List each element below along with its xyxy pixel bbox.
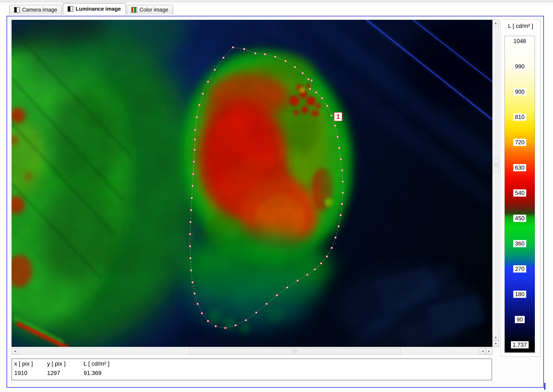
tab-luminance-image[interactable]: Luminance image: [63, 3, 126, 14]
window-border-artifact: [544, 383, 546, 390]
legend-title: L [ cd/m² ]: [501, 23, 540, 29]
roi-vertex[interactable]: [287, 287, 288, 288]
roi-vertex[interactable]: [326, 256, 328, 257]
scroll-down-button[interactable]: ▼: [493, 341, 499, 347]
roi-vertex[interactable]: [309, 88, 311, 90]
roi-vertex[interactable]: [207, 81, 209, 83]
status-value-luminance: 91.369: [84, 370, 490, 376]
scroll-left-button[interactable]: ◄: [12, 348, 18, 354]
roi-vertex[interactable]: [342, 181, 344, 182]
roi-vertex[interactable]: [276, 294, 278, 296]
roi-vertex[interactable]: [197, 303, 199, 305]
roi-vertex[interactable]: [189, 233, 191, 235]
roi-vertex[interactable]: [340, 159, 342, 160]
scroll-up-button[interactable]: ▲: [493, 20, 499, 26]
roi-vertex[interactable]: [337, 136, 338, 138]
roi-vertex[interactable]: [274, 56, 276, 58]
status-header-y: y [ pix ]: [47, 360, 84, 367]
tab-color-image[interactable]: Color image: [127, 5, 173, 14]
tab-label: Camera image: [22, 7, 57, 13]
roi-vertex[interactable]: [321, 98, 323, 99]
status-values-row: 1910 1297 91.369: [14, 370, 490, 376]
roi-vertex[interactable]: [189, 245, 191, 247]
tab-camera-image[interactable]: Camera image: [9, 5, 62, 14]
roi-vertex[interactable]: [235, 325, 237, 326]
roi-vertex[interactable]: [307, 274, 308, 275]
roi-vertex[interactable]: [341, 203, 343, 205]
scroll-left-icon: ◄: [14, 350, 16, 353]
roi-vertex[interactable]: [331, 115, 332, 116]
roi-vertex[interactable]: [342, 192, 344, 194]
roi-vertex[interactable]: [255, 53, 256, 54]
roi-vertex[interactable]: [190, 209, 192, 211]
luminance-image[interactable]: 1: [12, 20, 492, 347]
roi-vertex[interactable]: [224, 327, 226, 329]
roi-vertex[interactable]: [196, 116, 198, 118]
roi-vertex[interactable]: [193, 173, 194, 175]
roi-vertex[interactable]: [214, 69, 216, 70]
main-frame: 1 ▲ ▲ ▼ L [ cd/m² ] 10489909008107206305…: [7, 16, 544, 388]
roi-vertex[interactable]: [207, 320, 209, 322]
horizontal-scrollbar-thumb[interactable]: [189, 348, 401, 354]
roi-vertex[interactable]: [192, 282, 193, 283]
scroll-left-icon: ◄: [481, 350, 484, 353]
roi-vertex[interactable]: [327, 105, 328, 107]
roi-vertex[interactable]: [294, 66, 296, 68]
roi-vertex[interactable]: [244, 48, 245, 50]
roi-vertex[interactable]: [341, 170, 343, 171]
thumb-grip-icon: [292, 350, 297, 353]
vertical-scrollbar[interactable]: ▲ ▲ ▼: [493, 20, 499, 347]
roi-vertex[interactable]: [308, 78, 309, 80]
legend-tick: 180: [513, 291, 526, 298]
roi-vertex[interactable]: [314, 269, 316, 270]
roi-vertex[interactable]: [266, 303, 267, 305]
roi-vertex[interactable]: [285, 60, 287, 62]
scroll-right-button[interactable]: ►: [486, 348, 492, 354]
roi-vertex[interactable]: [194, 149, 195, 151]
roi-vertex[interactable]: [191, 197, 193, 199]
roi-vertex[interactable]: [316, 92, 317, 93]
legend-tick: 450: [513, 215, 526, 222]
roi-vertex[interactable]: [264, 54, 266, 55]
horizontal-scrollbar[interactable]: ◄ ◄ ►: [12, 348, 492, 355]
roi-vertex[interactable]: [232, 47, 234, 48]
roi-vertex[interactable]: [194, 293, 195, 294]
roi-vertex[interactable]: [245, 320, 247, 321]
roi-vertex[interactable]: [256, 312, 257, 313]
roi-vertex[interactable]: [192, 185, 193, 187]
application-window: Camera image Luminance image Color image: [0, 0, 553, 392]
image-viewport[interactable]: 1: [12, 20, 492, 347]
camera-tab-icon: [14, 7, 20, 13]
legend-tick: 720: [513, 139, 526, 146]
roi-vertex[interactable]: [190, 258, 191, 259]
roi-vertex[interactable]: [297, 280, 298, 281]
roi-vertex[interactable]: [302, 72, 304, 74]
roi-vertex[interactable]: [338, 226, 339, 227]
roi-vertex[interactable]: [334, 125, 336, 126]
status-value-y: 1297: [47, 370, 84, 376]
roi-vertex[interactable]: [340, 215, 342, 216]
scroll-left-button-secondary[interactable]: ◄: [480, 348, 486, 354]
roi-vertex[interactable]: [335, 237, 336, 238]
roi-vertex[interactable]: [194, 129, 196, 131]
roi-vertex[interactable]: [194, 139, 196, 140]
roi-vertex[interactable]: [199, 104, 200, 106]
luminance-tab-icon: [68, 6, 73, 12]
roi-vertex[interactable]: [311, 80, 313, 81]
roi-vertex[interactable]: [193, 161, 195, 163]
thumb-grip-icon: [494, 163, 497, 167]
roi-vertex[interactable]: [320, 263, 322, 264]
legend-tick: 270: [513, 265, 526, 273]
roi-vertex[interactable]: [201, 313, 203, 314]
scroll-up-button-secondary[interactable]: ▲: [493, 334, 499, 340]
roi-vertex[interactable]: [339, 147, 340, 149]
roi-vertex[interactable]: [190, 270, 192, 271]
roi-vertex[interactable]: [331, 247, 333, 249]
roi-vertex[interactable]: [202, 93, 204, 95]
roi-vertex[interactable]: [215, 326, 217, 327]
roi-vertex[interactable]: [190, 221, 191, 223]
vertical-scrollbar-thumb[interactable]: [493, 158, 499, 173]
scroll-right-icon: ►: [488, 350, 490, 353]
status-value-x: 1910: [14, 370, 47, 376]
roi-vertex[interactable]: [223, 57, 224, 58]
